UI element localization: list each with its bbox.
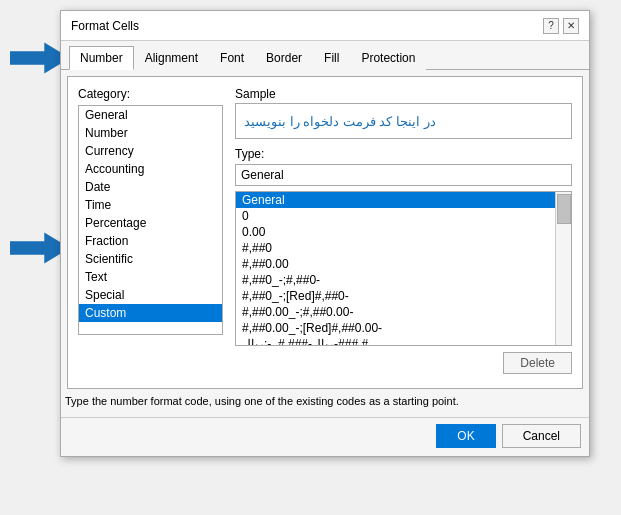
tab-protection[interactable]: Protection — [350, 46, 426, 70]
ok-button[interactable]: OK — [436, 424, 495, 448]
category-item[interactable]: Date — [79, 178, 222, 196]
category-item[interactable]: General — [79, 106, 222, 124]
right-section: Sample در اینجا کد فرمت دلخواه را بنویسی… — [235, 87, 572, 378]
category-section: Category: GeneralNumberCurrencyAccountin… — [78, 87, 223, 378]
category-item[interactable]: Percentage — [79, 214, 222, 232]
footer: OK Cancel — [61, 417, 589, 456]
format-list-item[interactable]: #,##0.00 — [236, 256, 555, 272]
format-list-item[interactable]: 0.00 — [236, 224, 555, 240]
category-item[interactable]: Fraction — [79, 232, 222, 250]
category-list-inner[interactable]: GeneralNumberCurrencyAccountingDateTimeP… — [79, 106, 222, 334]
category-item[interactable]: Number — [79, 124, 222, 142]
category-item[interactable]: Custom — [79, 304, 222, 322]
category-item[interactable]: Accounting — [79, 160, 222, 178]
scrollbar-thumb — [557, 194, 571, 224]
format-list-item[interactable]: 0 — [236, 208, 555, 224]
type-input[interactable] — [235, 164, 572, 186]
category-item[interactable]: Currency — [79, 142, 222, 160]
format-cells-dialog: Format Cells ? ✕ NumberAlignmentFontBord… — [60, 10, 590, 457]
cancel-button[interactable]: Cancel — [502, 424, 581, 448]
format-list-item[interactable]: General — [236, 192, 555, 208]
category-item[interactable]: Special — [79, 286, 222, 304]
tab-fill[interactable]: Fill — [313, 46, 350, 70]
dialog-content: Category: GeneralNumberCurrencyAccountin… — [67, 76, 583, 389]
delete-button[interactable]: Delete — [503, 352, 572, 374]
format-list-wrapper: General00.00#,##0#,##0.00#,##0_-;#,##0-#… — [235, 191, 572, 346]
hint-text: Type the number format code, using one o… — [61, 395, 589, 407]
format-list-item[interactable]: #,##0_-;#,##0- — [236, 272, 555, 288]
sample-box: در اینجا کد فرمت دلخواه را بنویسید — [235, 103, 572, 139]
format-list-item[interactable]: ریال-###,#_-;ریال-###,# — [236, 336, 555, 345]
category-label: Category: — [78, 87, 223, 101]
tab-number[interactable]: Number — [69, 46, 134, 70]
dialog-title: Format Cells — [71, 19, 139, 33]
help-button[interactable]: ? — [543, 18, 559, 34]
delete-row: Delete — [235, 352, 572, 374]
tab-alignment[interactable]: Alignment — [134, 46, 209, 70]
format-list-item[interactable]: #,##0 — [236, 240, 555, 256]
title-bar: Format Cells ? ✕ — [61, 11, 589, 41]
title-controls: ? ✕ — [543, 18, 579, 34]
category-item[interactable]: Scientific — [79, 250, 222, 268]
sample-section: Sample در اینجا کد فرمت دلخواه را بنویسی… — [235, 87, 572, 139]
format-list-item[interactable]: #,##0.00_-;#,##0.00- — [236, 304, 555, 320]
type-label: Type: — [235, 147, 572, 161]
close-button[interactable]: ✕ — [563, 18, 579, 34]
tab-bar: NumberAlignmentFontBorderFillProtection — [61, 41, 589, 70]
category-item[interactable]: Text — [79, 268, 222, 286]
category-list: GeneralNumberCurrencyAccountingDateTimeP… — [78, 105, 223, 335]
sample-label: Sample — [235, 87, 572, 101]
format-list-item[interactable]: #,##0_-;[Red]#,##0- — [236, 288, 555, 304]
tab-font[interactable]: Font — [209, 46, 255, 70]
format-list[interactable]: General00.00#,##0#,##0.00#,##0_-;#,##0-#… — [236, 192, 555, 345]
scrollbar — [555, 192, 571, 345]
tab-border[interactable]: Border — [255, 46, 313, 70]
category-item[interactable]: Time — [79, 196, 222, 214]
format-list-item[interactable]: #,##0.00_-;[Red]#,##0.00- — [236, 320, 555, 336]
sample-text: در اینجا کد فرمت دلخواه را بنویسید — [244, 114, 436, 129]
